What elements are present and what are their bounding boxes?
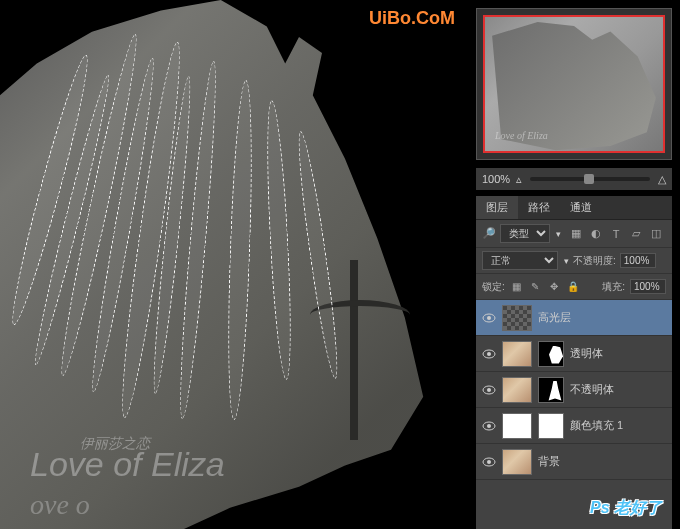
layer-row[interactable]: 背景 xyxy=(476,444,672,480)
layer-row[interactable]: 高光层 xyxy=(476,300,672,336)
navigator-panel[interactable]: Love of Eliza xyxy=(476,8,672,160)
layer-row[interactable]: 不透明体 xyxy=(476,372,672,408)
lock-row: 锁定: ▦ ✎ ✥ 🔒 填充: xyxy=(476,274,672,300)
svg-point-9 xyxy=(487,460,491,464)
opacity-label: 不透明度: xyxy=(573,254,616,268)
zoom-slider-thumb[interactable] xyxy=(584,174,594,184)
search-icon[interactable]: 🔎 xyxy=(482,227,496,241)
svg-point-3 xyxy=(487,352,491,356)
layer-thumbnail[interactable] xyxy=(502,413,532,439)
blend-row: 正常 ▾ 不透明度: xyxy=(476,248,672,274)
filter-pixel-icon[interactable]: ▦ xyxy=(569,227,583,241)
zoom-bar: 100% ▵ △ xyxy=(476,168,672,190)
zoom-out-icon[interactable]: ▵ xyxy=(516,173,522,186)
filter-type-select[interactable]: 类型 xyxy=(500,224,550,243)
svg-point-1 xyxy=(487,316,491,320)
layer-thumbnail[interactable] xyxy=(502,305,532,331)
fill-input[interactable] xyxy=(630,279,666,294)
streetlamp xyxy=(280,260,420,440)
visibility-toggle[interactable] xyxy=(482,311,496,325)
svg-point-7 xyxy=(487,424,491,428)
image-watermark: 伊丽莎之恋 Love of Eliza xyxy=(30,435,225,484)
site-watermark: UiBo.CoM xyxy=(369,8,455,29)
layer-thumbnail[interactable] xyxy=(502,341,532,367)
filter-type-icon[interactable]: T xyxy=(609,227,623,241)
opacity-input[interactable] xyxy=(620,253,656,268)
visibility-toggle[interactable] xyxy=(482,455,496,469)
tab-paths[interactable]: 路径 xyxy=(518,196,560,219)
svg-point-5 xyxy=(487,388,491,392)
layers-list: 高光层 透明体 不透明体 颜色填充 1 背景 xyxy=(476,300,672,529)
fill-label: 填充: xyxy=(602,280,625,294)
lock-pixels-icon[interactable]: ✎ xyxy=(529,280,542,293)
document-canvas[interactable]: 伊丽莎之恋 Love of Eliza ove o xyxy=(0,0,460,529)
filter-smart-icon[interactable]: ◫ xyxy=(649,227,663,241)
layer-row[interactable]: 颜色填充 1 xyxy=(476,408,672,444)
layer-thumbnail[interactable] xyxy=(502,377,532,403)
lock-transparent-icon[interactable]: ▦ xyxy=(510,280,523,293)
layer-mask[interactable] xyxy=(538,377,564,403)
panels-area: 图层 路径 通道 🔎 类型 ▾ ▦ ◐ T ▱ ◫ 正常 ▾ 不透明度: 锁定:… xyxy=(476,196,672,529)
layer-row[interactable]: 透明体 xyxy=(476,336,672,372)
chevron-down-icon: ▾ xyxy=(564,256,569,266)
layer-name[interactable]: 高光层 xyxy=(538,310,666,325)
navigator-viewbox[interactable] xyxy=(483,15,665,153)
navigator-preview[interactable]: Love of Eliza xyxy=(483,15,665,153)
tab-channels[interactable]: 通道 xyxy=(560,196,602,219)
layer-name[interactable]: 颜色填充 1 xyxy=(570,418,666,433)
tutorial-logo: Ps 老好了 xyxy=(590,498,662,519)
blend-mode-select[interactable]: 正常 xyxy=(482,251,558,270)
filter-shape-icon[interactable]: ▱ xyxy=(629,227,643,241)
zoom-slider[interactable] xyxy=(530,177,650,181)
panel-tabs: 图层 路径 通道 xyxy=(476,196,672,220)
chevron-down-icon: ▾ xyxy=(556,229,561,239)
visibility-toggle[interactable] xyxy=(482,347,496,361)
layer-name[interactable]: 不透明体 xyxy=(570,382,666,397)
lock-position-icon[interactable]: ✥ xyxy=(548,280,561,293)
visibility-toggle[interactable] xyxy=(482,383,496,397)
filter-adjust-icon[interactable]: ◐ xyxy=(589,227,603,241)
layer-name[interactable]: 透明体 xyxy=(570,346,666,361)
zoom-in-icon[interactable]: △ xyxy=(658,173,666,186)
layer-mask[interactable] xyxy=(538,341,564,367)
layer-mask[interactable] xyxy=(538,413,564,439)
watermark-title: Love of Eliza xyxy=(30,445,225,483)
image-watermark-cut: ove o xyxy=(30,489,90,521)
zoom-value[interactable]: 100% xyxy=(482,173,510,185)
layer-name[interactable]: 背景 xyxy=(538,454,666,469)
visibility-toggle[interactable] xyxy=(482,419,496,433)
layer-filter-row: 🔎 类型 ▾ ▦ ◐ T ▱ ◫ xyxy=(476,220,672,248)
lock-label: 锁定: xyxy=(482,280,505,294)
tab-layers[interactable]: 图层 xyxy=(476,196,518,219)
layer-thumbnail[interactable] xyxy=(502,449,532,475)
lock-all-icon[interactable]: 🔒 xyxy=(567,280,580,293)
